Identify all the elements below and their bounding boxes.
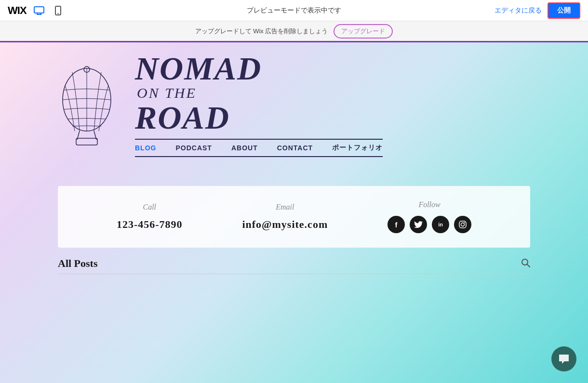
chat-button[interactable] bbox=[551, 346, 576, 371]
site-title-area: NOMAD ON THE ROAD BLOG PODCAST ABOUT CON… bbox=[135, 52, 383, 157]
social-icons: f in bbox=[388, 216, 471, 233]
all-posts-title: All Posts bbox=[58, 257, 98, 270]
email-value: info@mysite.com bbox=[242, 218, 328, 231]
site-title-nomad: NOMAD bbox=[135, 52, 262, 85]
publish-button[interactable]: 公開 bbox=[548, 2, 580, 19]
svg-point-12 bbox=[461, 223, 465, 226]
nav-about[interactable]: ABOUT bbox=[231, 144, 258, 152]
upgrade-button[interactable]: アップグレード bbox=[334, 24, 393, 39]
svg-line-15 bbox=[527, 264, 530, 267]
email-column: Email info@mysite.com bbox=[242, 203, 328, 231]
facebook-icon[interactable]: f bbox=[388, 216, 405, 233]
preview-text: プレビューモードで表示中です bbox=[247, 6, 341, 15]
nav-portfolio[interactable]: ポートフォリオ bbox=[332, 144, 383, 152]
search-icon[interactable] bbox=[521, 258, 530, 269]
twitter-icon[interactable] bbox=[410, 216, 427, 233]
follow-column: Follow f in bbox=[388, 200, 471, 233]
email-label: Email bbox=[242, 203, 328, 211]
desktop-icon[interactable] bbox=[32, 5, 46, 16]
top-bar-left: WIX bbox=[8, 4, 65, 17]
wix-logo: WIX bbox=[8, 4, 27, 17]
svg-point-14 bbox=[522, 259, 528, 265]
svg-rect-9 bbox=[76, 138, 97, 145]
upgrade-bar: アップグレードして Wix 広告を削除しましょう アップグレード bbox=[0, 21, 588, 42]
top-bar: WIX プレビューモードで表示中です エディタに戻る 公開 bbox=[0, 0, 588, 21]
linkedin-icon[interactable]: in bbox=[432, 216, 449, 233]
svg-rect-0 bbox=[34, 7, 44, 13]
nav-blog[interactable]: BLOG bbox=[135, 144, 156, 152]
call-column: Call 123-456-7890 bbox=[117, 203, 183, 231]
upgrade-text: アップグレードして Wix 広告を削除しましょう bbox=[195, 27, 328, 36]
contact-section: Call 123-456-7890 Email info@mysite.com … bbox=[58, 186, 530, 248]
editor-link[interactable]: エディタに戻る bbox=[494, 6, 542, 15]
site-title-on-the: ON THE bbox=[137, 85, 197, 101]
svg-point-13 bbox=[464, 222, 465, 223]
site-nav: BLOG PODCAST ABOUT CONTACT ポートフォリオ bbox=[135, 139, 383, 157]
top-bar-right: エディタに戻る 公開 bbox=[494, 2, 580, 19]
site-title-road: ROAD bbox=[135, 99, 230, 136]
follow-label: Follow bbox=[388, 200, 471, 209]
site-header: NOMAD ON THE ROAD BLOG PODCAST ABOUT CON… bbox=[0, 42, 588, 157]
call-value: 123-456-7890 bbox=[117, 218, 183, 231]
balloon-logo bbox=[58, 64, 116, 145]
blog-section: All Posts bbox=[58, 257, 530, 274]
svg-rect-11 bbox=[459, 221, 466, 228]
call-label: Call bbox=[117, 203, 183, 211]
nav-contact[interactable]: CONTACT bbox=[277, 144, 313, 152]
mobile-icon[interactable] bbox=[52, 5, 65, 16]
nav-podcast[interactable]: PODCAST bbox=[175, 144, 212, 152]
blog-header: All Posts bbox=[58, 257, 530, 274]
site-preview-area: NOMAD ON THE ROAD BLOG PODCAST ABOUT CON… bbox=[0, 42, 588, 383]
instagram-icon[interactable] bbox=[454, 216, 471, 233]
